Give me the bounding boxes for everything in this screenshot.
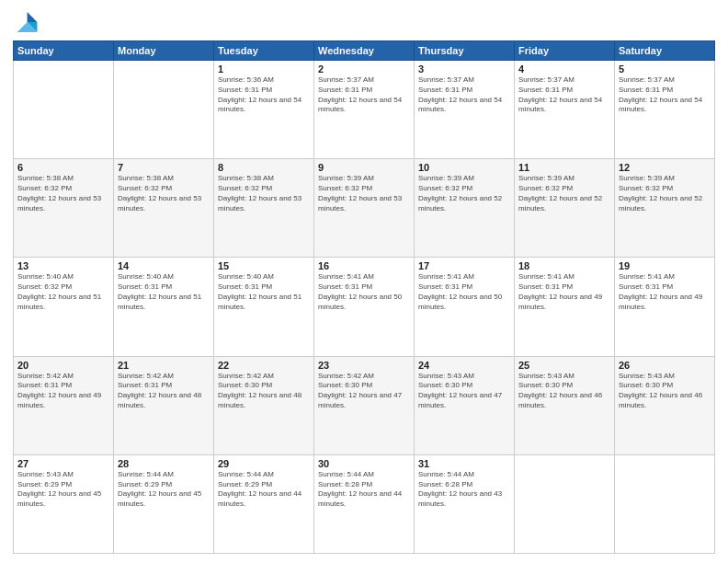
day-info: Sunrise: 5:43 AMSunset: 6:30 PMDaylight:… [518,372,610,411]
day-number: 29 [218,458,310,469]
calendar-cell [14,61,114,159]
day-info: Sunrise: 5:39 AMSunset: 6:32 PMDaylight:… [619,174,711,213]
logo [13,9,40,35]
day-number: 24 [418,360,510,371]
day-number: 6 [17,162,109,173]
calendar-cell: 13Sunrise: 5:40 AMSunset: 6:32 PMDayligh… [14,258,114,356]
calendar-cell: 6Sunrise: 5:38 AMSunset: 6:32 PMDaylight… [14,159,114,258]
calendar-cell: 17Sunrise: 5:41 AMSunset: 6:31 PMDayligh… [415,258,515,356]
day-number: 2 [318,63,410,75]
day-info: Sunrise: 5:39 AMSunset: 6:32 PMDaylight:… [418,174,510,213]
day-info: Sunrise: 5:44 AMSunset: 6:28 PMDaylight:… [318,470,410,510]
day-info: Sunrise: 5:39 AMSunset: 6:32 PMDaylight:… [518,174,610,213]
day-number: 26 [619,360,711,371]
calendar-cell: 3Sunrise: 5:37 AMSunset: 6:31 PMDaylight… [415,61,515,159]
day-info: Sunrise: 5:41 AMSunset: 6:31 PMDaylight:… [518,272,610,312]
calendar-cell: 5Sunrise: 5:37 AMSunset: 6:31 PMDaylight… [615,61,715,159]
svg-marker-0 [28,12,38,22]
calendar-cell: 27Sunrise: 5:43 AMSunset: 6:29 PMDayligh… [14,454,114,553]
weekday-header-thursday: Thursday [415,41,515,61]
calendar-cell: 25Sunrise: 5:43 AMSunset: 6:30 PMDayligh… [515,356,615,454]
day-number: 5 [619,63,711,75]
day-info: Sunrise: 5:41 AMSunset: 6:31 PMDaylight:… [418,272,510,312]
day-info: Sunrise: 5:44 AMSunset: 6:28 PMDaylight:… [418,470,510,510]
day-info: Sunrise: 5:43 AMSunset: 6:29 PMDaylight:… [17,470,109,510]
day-info: Sunrise: 5:41 AMSunset: 6:31 PMDaylight:… [619,272,711,312]
calendar-cell: 23Sunrise: 5:42 AMSunset: 6:30 PMDayligh… [314,356,415,454]
day-info: Sunrise: 5:37 AMSunset: 6:31 PMDaylight:… [418,75,510,115]
calendar-cell [114,61,214,159]
day-info: Sunrise: 5:43 AMSunset: 6:30 PMDaylight:… [418,372,510,411]
calendar-cell: 18Sunrise: 5:41 AMSunset: 6:31 PMDayligh… [515,258,615,356]
day-info: Sunrise: 5:40 AMSunset: 6:31 PMDaylight:… [118,272,210,312]
calendar-cell: 7Sunrise: 5:38 AMSunset: 6:32 PMDaylight… [114,159,214,258]
calendar-cell: 30Sunrise: 5:44 AMSunset: 6:28 PMDayligh… [314,454,415,553]
day-info: Sunrise: 5:37 AMSunset: 6:31 PMDaylight:… [619,75,711,115]
day-info: Sunrise: 5:44 AMSunset: 6:29 PMDaylight:… [118,470,210,510]
day-info: Sunrise: 5:37 AMSunset: 6:31 PMDaylight:… [518,75,610,115]
calendar-cell: 9Sunrise: 5:39 AMSunset: 6:32 PMDaylight… [314,159,415,258]
calendar-cell: 12Sunrise: 5:39 AMSunset: 6:32 PMDayligh… [615,159,715,258]
calendar-cell: 2Sunrise: 5:37 AMSunset: 6:31 PMDaylight… [314,61,415,159]
day-info: Sunrise: 5:42 AMSunset: 6:30 PMDaylight:… [318,372,410,411]
calendar-cell [615,454,715,553]
weekday-header-sunday: Sunday [14,41,114,61]
page: SundayMondayTuesdayWednesdayThursdayFrid… [0,0,728,563]
day-info: Sunrise: 5:40 AMSunset: 6:32 PMDaylight:… [17,272,109,312]
calendar-cell: 14Sunrise: 5:40 AMSunset: 6:31 PMDayligh… [114,258,214,356]
calendar-cell: 11Sunrise: 5:39 AMSunset: 6:32 PMDayligh… [515,159,615,258]
calendar-table: SundayMondayTuesdayWednesdayThursdayFrid… [13,40,715,554]
day-info: Sunrise: 5:38 AMSunset: 6:32 PMDaylight:… [17,174,109,213]
day-number: 25 [518,360,610,371]
calendar-cell: 15Sunrise: 5:40 AMSunset: 6:31 PMDayligh… [214,258,314,356]
day-number: 11 [518,162,610,173]
week-row-3: 13Sunrise: 5:40 AMSunset: 6:32 PMDayligh… [14,258,715,356]
day-number: 17 [418,260,510,271]
day-number: 27 [17,458,109,469]
day-info: Sunrise: 5:38 AMSunset: 6:32 PMDaylight:… [218,174,310,213]
calendar-cell: 16Sunrise: 5:41 AMSunset: 6:31 PMDayligh… [314,258,415,356]
weekday-header-tuesday: Tuesday [214,41,314,61]
calendar-cell: 21Sunrise: 5:42 AMSunset: 6:31 PMDayligh… [114,356,214,454]
week-row-5: 27Sunrise: 5:43 AMSunset: 6:29 PMDayligh… [14,454,715,553]
day-number: 21 [118,360,210,371]
calendar-cell: 10Sunrise: 5:39 AMSunset: 6:32 PMDayligh… [415,159,515,258]
week-row-2: 6Sunrise: 5:38 AMSunset: 6:32 PMDaylight… [14,159,715,258]
day-number: 23 [318,360,410,371]
day-number: 4 [518,63,610,75]
day-number: 7 [118,162,210,173]
day-info: Sunrise: 5:37 AMSunset: 6:31 PMDaylight:… [318,75,410,115]
weekday-header-saturday: Saturday [615,41,715,61]
calendar-cell: 31Sunrise: 5:44 AMSunset: 6:28 PMDayligh… [415,454,515,553]
day-number: 19 [619,260,711,271]
day-info: Sunrise: 5:39 AMSunset: 6:32 PMDaylight:… [318,174,410,213]
week-row-4: 20Sunrise: 5:42 AMSunset: 6:31 PMDayligh… [14,356,715,454]
calendar-cell: 26Sunrise: 5:43 AMSunset: 6:30 PMDayligh… [615,356,715,454]
calendar-cell: 19Sunrise: 5:41 AMSunset: 6:31 PMDayligh… [615,258,715,356]
day-number: 18 [518,260,610,271]
week-row-1: 1Sunrise: 5:36 AMSunset: 6:31 PMDaylight… [14,61,715,159]
day-info: Sunrise: 5:38 AMSunset: 6:32 PMDaylight:… [118,174,210,213]
day-info: Sunrise: 5:43 AMSunset: 6:30 PMDaylight:… [619,372,711,411]
day-number: 20 [17,360,109,371]
calendar-cell: 4Sunrise: 5:37 AMSunset: 6:31 PMDaylight… [515,61,615,159]
calendar-cell: 24Sunrise: 5:43 AMSunset: 6:30 PMDayligh… [415,356,515,454]
day-number: 15 [218,260,310,271]
calendar-cell: 20Sunrise: 5:42 AMSunset: 6:31 PMDayligh… [14,356,114,454]
calendar-cell [515,454,615,553]
day-info: Sunrise: 5:42 AMSunset: 6:30 PMDaylight:… [218,372,310,411]
calendar-cell: 22Sunrise: 5:42 AMSunset: 6:30 PMDayligh… [214,356,314,454]
day-number: 9 [318,162,410,173]
day-info: Sunrise: 5:41 AMSunset: 6:31 PMDaylight:… [318,272,410,312]
day-number: 30 [318,458,410,469]
day-number: 16 [318,260,410,271]
day-info: Sunrise: 5:36 AMSunset: 6:31 PMDaylight:… [218,75,310,115]
day-number: 12 [619,162,711,173]
calendar-cell: 1Sunrise: 5:36 AMSunset: 6:31 PMDaylight… [214,61,314,159]
weekday-header-wednesday: Wednesday [314,41,415,61]
day-info: Sunrise: 5:40 AMSunset: 6:31 PMDaylight:… [218,272,310,312]
weekday-header-friday: Friday [515,41,615,61]
day-number: 1 [218,63,310,75]
day-number: 22 [218,360,310,371]
day-info: Sunrise: 5:42 AMSunset: 6:31 PMDaylight:… [17,372,109,411]
